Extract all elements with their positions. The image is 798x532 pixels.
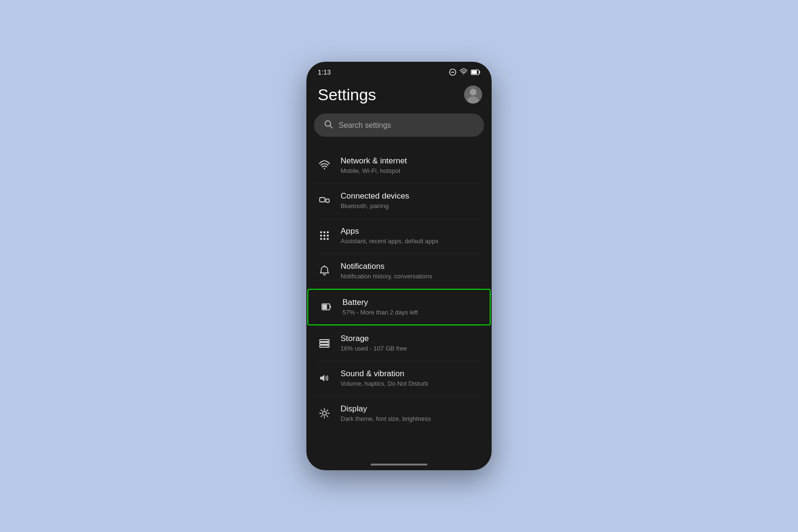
svg-rect-18 — [320, 235, 322, 237]
svg-point-7 — [470, 89, 476, 95]
dnd-icon — [449, 68, 456, 76]
settings-item-storage[interactable]: Storage 16% used - 107 GB free — [306, 326, 492, 361]
svg-point-35 — [323, 411, 326, 415]
settings-item-sound[interactable]: Sound & vibration Volume, haptics, Do No… — [306, 361, 492, 396]
settings-item-network[interactable]: Network & internet Mobile, Wi-Fi, hotspo… — [306, 148, 492, 183]
svg-rect-27 — [330, 306, 331, 309]
svg-point-11 — [324, 168, 325, 170]
svg-rect-26 — [323, 304, 327, 309]
battery-title: Battery — [342, 297, 478, 308]
svg-rect-21 — [320, 238, 322, 240]
svg-rect-19 — [323, 235, 325, 237]
settings-item-battery[interactable]: Battery 57% - More than 2 days left — [307, 289, 491, 325]
battery-status-icon — [471, 68, 480, 76]
svg-rect-17 — [327, 231, 329, 233]
network-title: Network & internet — [341, 156, 480, 166]
svg-line-42 — [327, 410, 328, 411]
settings-item-notifications[interactable]: Notifications Notification history, conv… — [306, 254, 492, 288]
battery-text: Battery 57% - More than 2 days left — [342, 297, 478, 317]
connected-subtitle: Bluetooth, pairing — [341, 202, 480, 210]
sound-title: Sound & vibration — [341, 369, 480, 379]
svg-line-43 — [321, 416, 322, 417]
svg-point-33 — [327, 346, 328, 347]
avatar-image — [464, 86, 482, 104]
avatar[interactable] — [464, 86, 482, 104]
display-icon — [318, 408, 331, 419]
svg-point-2 — [463, 74, 464, 75]
battery-icon — [320, 302, 333, 312]
storage-subtitle: 16% used - 107 GB free — [341, 345, 480, 353]
connected-text: Connected devices Bluetooth, pairing — [341, 191, 480, 210]
svg-line-40 — [321, 410, 322, 411]
svg-rect-13 — [326, 199, 329, 202]
status-bar: 1:13 — [306, 62, 492, 81]
notifications-title: Notifications — [341, 261, 480, 272]
search-icon — [323, 119, 333, 131]
search-bar[interactable]: Search settings — [314, 114, 484, 137]
svg-marker-34 — [320, 375, 324, 381]
connected-title: Connected devices — [341, 191, 480, 201]
notifications-icon — [318, 265, 331, 276]
apps-subtitle: Assistant, recent apps, default apps — [341, 238, 480, 246]
sound-text: Sound & vibration Volume, haptics, Do No… — [341, 369, 480, 388]
status-time: 1:13 — [318, 68, 331, 76]
svg-rect-5 — [479, 71, 480, 74]
background: 1:13 — [306, 62, 492, 470]
svg-rect-22 — [323, 238, 325, 240]
notifications-subtitle: Notification history, conversations — [341, 273, 480, 281]
search-placeholder: Search settings — [339, 121, 391, 130]
svg-line-41 — [327, 416, 328, 417]
svg-line-10 — [330, 126, 332, 128]
settings-item-display[interactable]: Display Dark theme, font size, brightnes… — [306, 396, 492, 431]
wifi-status-icon — [459, 68, 468, 76]
page-title: Settings — [306, 81, 492, 114]
svg-point-32 — [327, 343, 328, 344]
storage-icon — [318, 337, 331, 349]
sound-subtitle: Volume, haptics, Do Not Disturb — [341, 380, 480, 388]
sound-icon — [318, 372, 331, 384]
storage-title: Storage — [341, 333, 480, 344]
battery-subtitle: 57% - More than 2 days left — [342, 309, 478, 317]
home-indicator — [370, 464, 428, 466]
connected-devices-icon — [318, 195, 331, 206]
phone-container: 1:13 — [306, 62, 492, 470]
svg-point-31 — [327, 341, 328, 342]
svg-rect-23 — [327, 238, 329, 240]
svg-rect-4 — [472, 70, 477, 74]
settings-list: Network & internet Mobile, Wi-Fi, hotspo… — [306, 148, 492, 431]
svg-rect-16 — [323, 231, 325, 233]
network-text: Network & internet Mobile, Wi-Fi, hotspo… — [341, 156, 480, 175]
network-subtitle: Mobile, Wi-Fi, hotspot — [341, 167, 480, 175]
display-text: Display Dark theme, font size, brightnes… — [341, 404, 480, 423]
svg-rect-12 — [320, 198, 325, 202]
status-icons — [449, 68, 480, 76]
scroll-content: Settings Search settings — [306, 81, 492, 470]
svg-rect-15 — [320, 231, 322, 233]
storage-text: Storage 16% used - 107 GB free — [341, 333, 480, 353]
svg-rect-20 — [327, 235, 329, 237]
display-subtitle: Dark theme, font size, brightness — [341, 415, 480, 423]
wifi-icon — [318, 160, 331, 171]
apps-title: Apps — [341, 226, 480, 237]
settings-item-apps[interactable]: Apps Assistant, recent apps, default app… — [306, 218, 492, 253]
settings-item-connected[interactable]: Connected devices Bluetooth, pairing — [306, 183, 492, 218]
display-title: Display — [341, 404, 480, 414]
apps-text: Apps Assistant, recent apps, default app… — [341, 226, 480, 246]
notifications-text: Notifications Notification history, conv… — [341, 261, 480, 281]
apps-icon — [318, 230, 331, 241]
